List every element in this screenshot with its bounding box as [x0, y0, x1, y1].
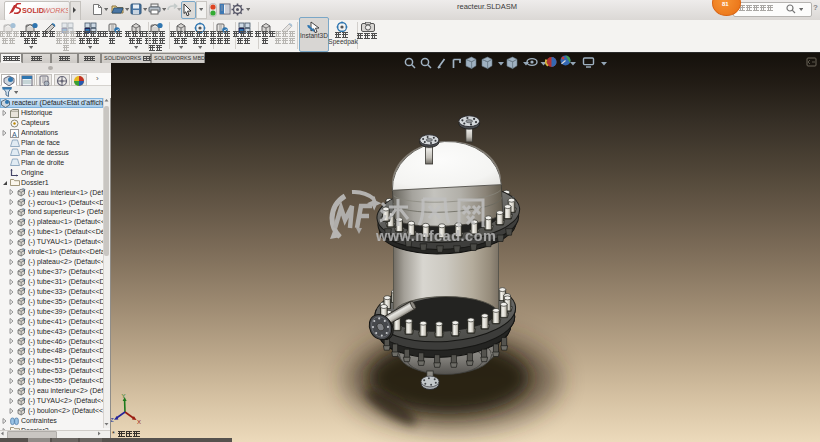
svg-text:A: A: [12, 130, 17, 137]
svg-text:X: X: [137, 419, 141, 425]
svg-text:SOLID: SOLID: [22, 6, 44, 15]
svg-text:www.mfcad.com: www.mfcad.com: [375, 228, 496, 244]
svg-text:WORKS: WORKS: [43, 6, 68, 15]
svg-text:Y: Y: [122, 393, 126, 399]
